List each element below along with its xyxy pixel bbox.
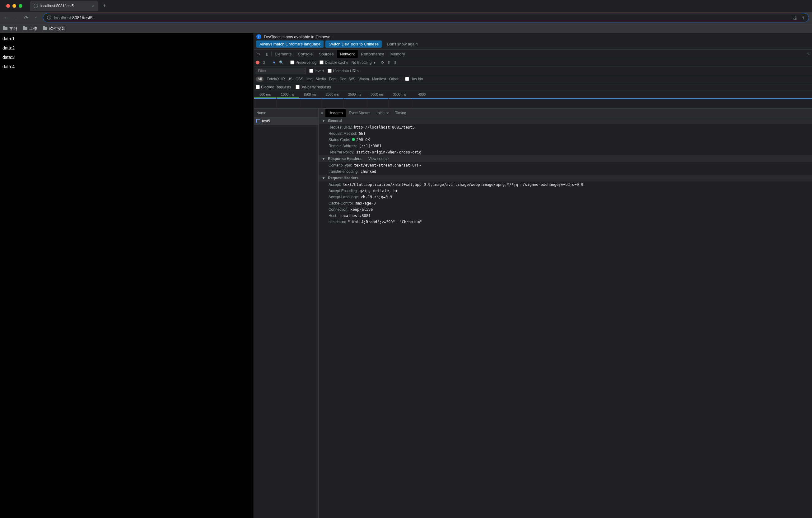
devtools-infobar: i DevTools is now available in Chinese! <box>254 33 812 40</box>
close-detail-icon[interactable]: × <box>319 110 325 115</box>
address-bar[interactable]: ⓘ localhost:8081/test5 ⿻ ⇧ <box>43 13 809 22</box>
folder-icon <box>23 27 27 30</box>
hide-data-urls-checkbox[interactable]: Hide data URLs <box>328 69 359 73</box>
has-blocked-cookies-checkbox[interactable]: Has blo <box>405 77 423 81</box>
devtools-tab-console[interactable]: Console <box>295 50 316 58</box>
triangle-icon: ▼ <box>322 176 325 180</box>
page-content: data:1data:2data:3data:4 <box>0 33 254 518</box>
timeline-tick: 3000 ms <box>366 92 388 96</box>
view-source-link[interactable]: View source <box>368 157 388 161</box>
request-row[interactable]: test5 <box>254 117 318 125</box>
info-icon: i <box>256 34 261 39</box>
section-header[interactable]: ▼Response HeadersView source <box>319 155 812 162</box>
detail-tab-timing[interactable]: Timing <box>392 109 409 117</box>
type-filter-manifest[interactable]: Manifest <box>372 77 386 81</box>
detail-tab-headers[interactable]: Headers <box>325 109 346 117</box>
minimize-window-icon[interactable] <box>12 4 16 8</box>
third-party-checkbox[interactable]: 3rd-party requests <box>295 85 331 89</box>
header-row: Accept-Language:zh-CN,zh;q=0.9 <box>319 194 812 200</box>
resource-type-filter: AllFetch/XHRJSCSSImgMediaFontDocWSWasmMa… <box>254 75 812 83</box>
header-key: Referrer Policy: <box>328 150 354 155</box>
devtools-tab-performance[interactable]: Performance <box>358 50 387 58</box>
device-toggle-icon[interactable]: ▯ <box>263 52 271 56</box>
dont-show-again-button[interactable]: Don't show again <box>384 40 420 48</box>
bookmark-item[interactable]: 软件安装 <box>43 26 65 31</box>
import-har-icon[interactable]: ⬆ <box>387 60 390 65</box>
timeline-tick: 2000 ms <box>321 92 344 96</box>
switch-language-button[interactable]: Switch DevTools to Chinese <box>325 40 382 48</box>
header-row: Host:localhost:8081 <box>319 213 812 219</box>
header-row: Content-Type:text/event-stream;charset=U… <box>319 162 812 168</box>
devtools-tab-sources[interactable]: Sources <box>316 50 337 58</box>
devtools-tab-network[interactable]: Network <box>337 50 358 58</box>
type-filter-font[interactable]: Font <box>329 77 336 81</box>
match-language-button[interactable]: Always match Chrome's language <box>256 40 324 48</box>
type-filter-wasm[interactable]: Wasm <box>358 77 369 81</box>
bookmark-item[interactable]: 工作 <box>23 26 37 31</box>
detail-tab-initiator[interactable]: Initiator <box>374 109 392 117</box>
header-key: transfer-encoding: <box>328 169 359 174</box>
inspect-icon[interactable]: ▭ <box>254 52 263 56</box>
site-info-icon[interactable]: ⓘ <box>47 15 51 21</box>
request-list-header[interactable]: Name <box>254 109 318 117</box>
extra-filters: Blocked Requests 3rd-party requests <box>254 83 812 91</box>
devtools-tab-memory[interactable]: Memory <box>387 50 408 58</box>
header-key: Status Code: <box>328 138 350 142</box>
type-filter-media[interactable]: Media <box>316 77 326 81</box>
header-row: transfer-encoding:chunked <box>319 168 812 175</box>
type-filter-css[interactable]: CSS <box>295 77 303 81</box>
header-value: max-age=0 <box>356 201 376 206</box>
filter-toggle-icon[interactable]: ▼ <box>272 60 276 65</box>
more-tabs-icon[interactable]: » <box>805 52 812 56</box>
home-button[interactable]: ⌂ <box>33 15 39 21</box>
document-icon <box>256 119 260 123</box>
network-toolbar: ⊘ ▼ 🔍 Preserve log Disable cache No thro… <box>254 58 812 67</box>
preserve-log-checkbox[interactable]: Preserve log <box>290 60 316 65</box>
reload-button[interactable]: ⟳ <box>23 15 29 21</box>
detail-tab-eventstream[interactable]: EventStream <box>346 109 373 117</box>
type-filter-fetch-xhr[interactable]: Fetch/XHR <box>267 77 285 81</box>
type-filter-all[interactable]: All <box>256 77 263 82</box>
invert-checkbox[interactable]: Invert <box>309 69 324 73</box>
header-value: chunked <box>360 169 376 174</box>
type-filter-js[interactable]: JS <box>288 77 292 81</box>
close-tab-icon[interactable]: × <box>92 3 94 8</box>
devtools-tabs: ▭ ▯ ElementsConsoleSourcesNetworkPerform… <box>254 50 812 58</box>
clear-button[interactable]: ⊘ <box>263 60 266 65</box>
blocked-requests-checkbox[interactable]: Blocked Requests <box>256 85 291 89</box>
header-value: 200 OK <box>352 138 370 142</box>
header-key: Cache-Control: <box>328 201 354 206</box>
disable-cache-checkbox[interactable]: Disable cache <box>320 60 348 65</box>
filter-input[interactable] <box>256 68 306 74</box>
network-conditions-icon[interactable]: ⟳ <box>381 60 384 65</box>
back-button[interactable]: ← <box>3 15 9 21</box>
throttling-select[interactable]: No throttling ▾ <box>352 60 376 65</box>
record-button[interactable] <box>256 61 259 64</box>
type-filter-other[interactable]: Other <box>389 77 399 81</box>
detail-tabs: × HeadersEventStreamInitiatorTiming <box>319 109 812 117</box>
share-icon[interactable]: ⇧ <box>802 16 805 20</box>
maximize-window-icon[interactable] <box>19 4 22 8</box>
network-timeline[interactable]: 500 ms1000 ms1500 ms2000 ms2500 ms3000 m… <box>254 91 812 109</box>
bookmark-item[interactable]: 学习 <box>3 26 18 31</box>
page-line: data:4 <box>2 64 251 69</box>
forward-button[interactable]: → <box>13 15 19 21</box>
browser-tab[interactable]: localhost:8081/test5 × <box>30 1 98 11</box>
type-filter-ws[interactable]: WS <box>349 77 355 81</box>
header-row: sec-ch-ua:" Not A;Brand";v="99", "Chromi… <box>319 219 812 225</box>
header-value: keep-alive <box>350 207 373 212</box>
close-window-icon[interactable] <box>6 4 10 8</box>
url-text: localhost:8081/test5 <box>54 15 93 20</box>
new-tab-button[interactable]: + <box>103 3 106 9</box>
export-har-icon[interactable]: ⬇ <box>394 60 397 65</box>
globe-icon <box>34 4 38 8</box>
section-header[interactable]: ▼General <box>319 117 812 124</box>
type-filter-doc[interactable]: Doc <box>340 77 346 81</box>
filter-bar: Invert Hide data URLs <box>254 67 812 75</box>
type-filter-img[interactable]: Img <box>307 77 313 81</box>
translate-icon[interactable]: ⿻ <box>793 16 797 20</box>
header-key: sec-ch-ua: <box>328 220 346 224</box>
section-header[interactable]: ▼Request Headers <box>319 175 812 182</box>
search-icon[interactable]: 🔍 <box>279 60 284 65</box>
devtools-tab-elements[interactable]: Elements <box>271 50 295 58</box>
